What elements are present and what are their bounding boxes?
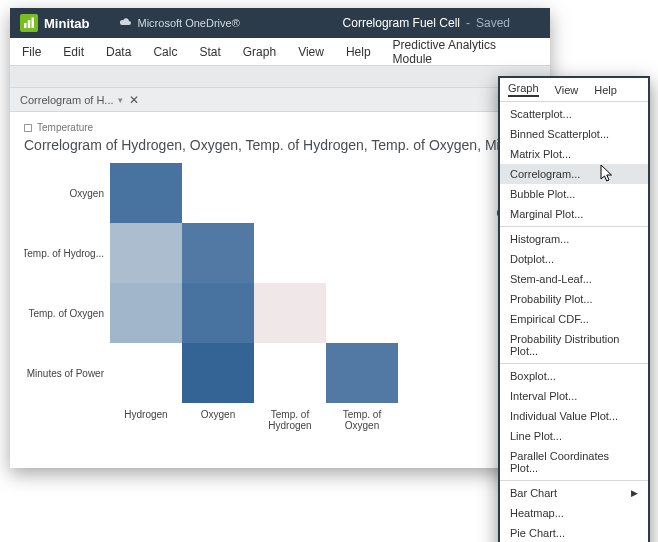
graph-menu-item[interactable]: Scatterplot... bbox=[500, 104, 648, 124]
graph-menu-item[interactable]: Pie Chart... bbox=[500, 523, 648, 542]
menu-separator bbox=[500, 480, 648, 481]
series-legend: Temperature bbox=[24, 122, 536, 133]
menu-separator bbox=[500, 226, 648, 227]
x-label: Temp. of Hydrogen bbox=[254, 409, 326, 431]
menu-edit[interactable]: Edit bbox=[63, 45, 84, 59]
plot-area: Oxygen Temp. of Hydrog... Temp. of Oxyge… bbox=[24, 163, 536, 403]
menu-item-label: Empirical CDF... bbox=[510, 313, 589, 325]
menubar: File Edit Data Calc Stat Graph View Help… bbox=[10, 38, 550, 66]
graph-menu-item[interactable]: Binned Scatterplot... bbox=[500, 124, 648, 144]
y-label: Temp. of Hydrog... bbox=[24, 223, 104, 283]
menu-item-label: Parallel Coordinates Plot... bbox=[510, 450, 638, 474]
menu-item-label: Pie Chart... bbox=[510, 527, 565, 539]
chevron-down-icon[interactable]: ▾ bbox=[118, 95, 123, 105]
storage-location: Microsoft OneDrive® bbox=[118, 17, 240, 29]
app-name: Minitab bbox=[44, 16, 90, 31]
graph-menu-item[interactable]: Interval Plot... bbox=[500, 386, 648, 406]
document-title-block[interactable]: Correlogram Fuel Cell - Saved bbox=[343, 16, 510, 30]
heatmap-cell bbox=[182, 343, 254, 403]
graph-menu-item[interactable]: Dotplot... bbox=[500, 249, 648, 269]
menu-item-label: Stem-and-Leaf... bbox=[510, 273, 592, 285]
popup-menubar: Graph View Help bbox=[500, 78, 648, 102]
y-label: Minutes of Power bbox=[24, 343, 104, 403]
main-window: Minitab Microsoft OneDrive® Correlogram … bbox=[10, 8, 550, 468]
graph-menu-item[interactable]: Line Plot... bbox=[500, 426, 648, 446]
popup-menu-graph[interactable]: Graph bbox=[508, 82, 539, 97]
popup-menu-view[interactable]: View bbox=[555, 84, 579, 96]
heatmap-cell bbox=[182, 283, 254, 343]
graph-menu-item[interactable]: Heatmap... bbox=[500, 503, 648, 523]
graph-menu-item[interactable]: Stem-and-Leaf... bbox=[500, 269, 648, 289]
heatmap-cell bbox=[254, 283, 326, 343]
heatmap-cell bbox=[254, 343, 326, 403]
storage-location-text: Microsoft OneDrive® bbox=[138, 17, 240, 29]
heatmap-grid bbox=[110, 163, 398, 403]
menu-stat[interactable]: Stat bbox=[199, 45, 220, 59]
heatmap-cell bbox=[326, 163, 398, 223]
graph-menu-item[interactable]: Correlogram... bbox=[500, 164, 648, 184]
x-label: Oxygen bbox=[182, 409, 254, 431]
document-name: Correlogram Fuel Cell bbox=[343, 16, 460, 30]
graph-menu-item[interactable]: Bar Chart▶ bbox=[500, 483, 648, 503]
y-label: Temp. of Oxygen bbox=[24, 283, 104, 343]
graph-menu-list: Scatterplot...Binned Scatterplot...Matri… bbox=[500, 102, 648, 542]
heatmap-cell bbox=[110, 283, 182, 343]
heatmap-cell bbox=[326, 283, 398, 343]
minitab-logo-icon bbox=[20, 14, 38, 32]
content-area: Temperature Correlogram of Hydrogen, Oxy… bbox=[10, 112, 550, 431]
heatmap-cell bbox=[182, 163, 254, 223]
legend-swatch bbox=[24, 124, 32, 132]
graph-menu-item[interactable]: Individual Value Plot... bbox=[500, 406, 648, 426]
document-status: Saved bbox=[476, 16, 510, 30]
popup-menu-help[interactable]: Help bbox=[594, 84, 617, 96]
graph-menu-item[interactable]: Matrix Plot... bbox=[500, 144, 648, 164]
y-label: Oxygen bbox=[24, 163, 104, 223]
menu-view[interactable]: View bbox=[298, 45, 324, 59]
tabstrip: Correlogram of H... ▾ ✕ bbox=[10, 88, 550, 112]
graph-menu-item[interactable]: Empirical CDF... bbox=[500, 309, 648, 329]
menu-file[interactable]: File bbox=[22, 45, 41, 59]
menu-item-label: Line Plot... bbox=[510, 430, 562, 442]
heatmap-cell bbox=[254, 223, 326, 283]
menu-item-label: Bar Chart bbox=[510, 487, 557, 499]
graph-menu-item[interactable]: Marginal Plot... bbox=[500, 204, 648, 224]
heatmap-cell bbox=[254, 163, 326, 223]
x-label: Hydrogen bbox=[110, 409, 182, 431]
graph-menu-item[interactable]: Probability Distribution Plot... bbox=[500, 329, 648, 361]
onedrive-icon bbox=[118, 17, 132, 29]
menu-calc[interactable]: Calc bbox=[153, 45, 177, 59]
menu-graph[interactable]: Graph bbox=[243, 45, 276, 59]
svg-rect-0 bbox=[24, 23, 27, 28]
chart-title: Correlogram of Hydrogen, Oxygen, Temp. o… bbox=[24, 137, 536, 153]
close-icon[interactable]: ✕ bbox=[129, 93, 139, 107]
heatmap-cell bbox=[326, 223, 398, 283]
menu-item-label: Marginal Plot... bbox=[510, 208, 583, 220]
tab-label: Correlogram of H... bbox=[20, 94, 114, 106]
menu-item-label: Heatmap... bbox=[510, 507, 564, 519]
graph-menu-item[interactable]: Boxplot... bbox=[500, 366, 648, 386]
menu-data[interactable]: Data bbox=[106, 45, 131, 59]
graph-menu-item[interactable]: Parallel Coordinates Plot... bbox=[500, 446, 648, 478]
heatmap-cell bbox=[110, 343, 182, 403]
graph-menu-item[interactable]: Histogram... bbox=[500, 229, 648, 249]
menu-predictive-analytics[interactable]: Predictive Analytics Module bbox=[393, 38, 538, 66]
menu-item-label: Probability Distribution Plot... bbox=[510, 333, 638, 357]
titlebar: Minitab Microsoft OneDrive® Correlogram … bbox=[10, 8, 550, 38]
graph-menu-item[interactable]: Bubble Plot... bbox=[500, 184, 648, 204]
menu-help[interactable]: Help bbox=[346, 45, 371, 59]
graph-menu-popup: Graph View Help Scatterplot...Binned Sca… bbox=[498, 76, 650, 542]
menu-item-label: Boxplot... bbox=[510, 370, 556, 382]
graph-menu-item[interactable]: Probability Plot... bbox=[500, 289, 648, 309]
menu-item-label: Correlogram... bbox=[510, 168, 580, 180]
tab-active[interactable]: Correlogram of H... ▾ ✕ bbox=[16, 90, 143, 110]
y-axis-labels: Oxygen Temp. of Hydrog... Temp. of Oxyge… bbox=[24, 163, 110, 403]
legend-label: Temperature bbox=[37, 122, 93, 133]
menu-item-label: Bubble Plot... bbox=[510, 188, 575, 200]
svg-rect-2 bbox=[32, 18, 35, 29]
heatmap-cell bbox=[110, 163, 182, 223]
heatmap-cell bbox=[110, 223, 182, 283]
menu-item-label: Dotplot... bbox=[510, 253, 554, 265]
menu-item-label: Binned Scatterplot... bbox=[510, 128, 609, 140]
svg-rect-1 bbox=[28, 20, 31, 28]
menu-item-label: Interval Plot... bbox=[510, 390, 577, 402]
